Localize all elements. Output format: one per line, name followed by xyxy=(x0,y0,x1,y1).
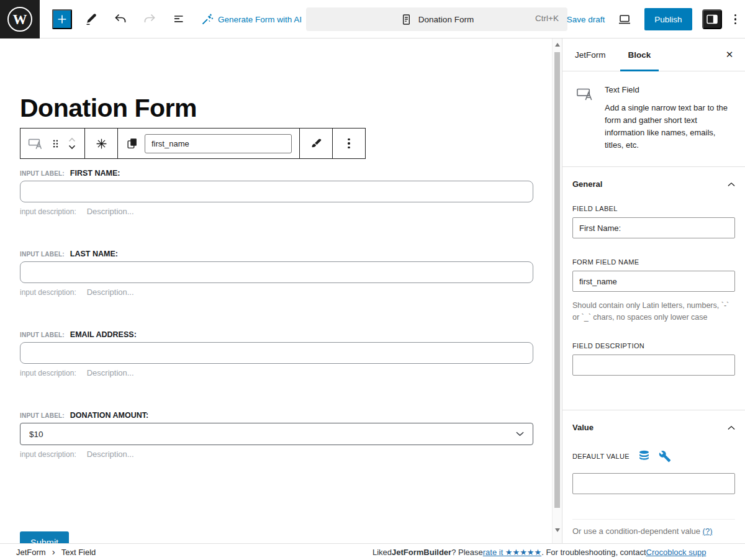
block-toolbar xyxy=(20,128,366,159)
form-field-last-name: INPUT LABEL:LAST NAME: input description… xyxy=(20,249,552,297)
close-icon: ✕ xyxy=(726,49,734,60)
breadcrumb-jetform[interactable]: JetForm xyxy=(16,548,46,557)
field-label-label: FIELD LABEL xyxy=(572,205,735,212)
move-up-down-icon xyxy=(67,135,77,151)
duplicate-field-button[interactable] xyxy=(125,137,139,150)
input-description-prefix: input description: xyxy=(20,207,76,216)
required-toggle-button[interactable] xyxy=(95,137,108,150)
canvas-scrollbar[interactable] xyxy=(552,38,562,543)
document-icon xyxy=(400,13,413,26)
default-value-input[interactable] xyxy=(572,473,735,494)
sidebar-tabs: JetForm Block ✕ xyxy=(562,38,745,71)
sidebar-panel-icon xyxy=(705,12,720,27)
database-icon xyxy=(638,449,651,463)
field-label-text[interactable]: EMAIL ADDRESS: xyxy=(70,330,137,339)
magic-wand-icon xyxy=(201,13,214,26)
settings-sidebar-toggle[interactable] xyxy=(702,9,722,29)
block-title: Text Field xyxy=(605,85,736,94)
save-draft-button[interactable]: Save draft xyxy=(567,15,605,24)
block-description: Add a single narrow text bar to the form… xyxy=(605,102,736,151)
tab-block[interactable]: Block xyxy=(617,38,662,71)
description-placeholder[interactable]: Description... xyxy=(87,368,134,377)
dynamic-value-button[interactable] xyxy=(659,450,671,463)
last-name-input[interactable] xyxy=(20,261,533,283)
edit-mode-button[interactable] xyxy=(81,9,101,29)
promo-text: Liked xyxy=(372,548,392,557)
input-label-prefix: INPUT LABEL: xyxy=(20,412,65,419)
preset-database-button[interactable] xyxy=(638,449,651,463)
submit-button[interactable]: Submit xyxy=(20,531,69,543)
shortcut-hint: Ctrl+K xyxy=(535,14,559,23)
description-placeholder[interactable]: Description... xyxy=(87,207,134,216)
scroll-up-arrow[interactable] xyxy=(555,43,560,47)
scrollbar-thumb[interactable] xyxy=(554,52,560,508)
condition-help-link[interactable]: (?) xyxy=(703,526,713,536)
email-input[interactable] xyxy=(20,342,533,364)
text-field-block-icon xyxy=(28,135,44,151)
form-field-name-input[interactable] xyxy=(572,271,735,292)
document-overview-button[interactable] xyxy=(169,9,189,29)
block-mover[interactable] xyxy=(67,135,77,151)
crocoblock-support-link[interactable]: Crocoblock supp xyxy=(646,548,707,557)
pencil-icon xyxy=(84,12,99,27)
field-description-label: FIELD DESCRIPTION xyxy=(572,342,735,350)
redo-button[interactable] xyxy=(140,9,160,29)
close-sidebar-button[interactable]: ✕ xyxy=(721,47,738,63)
generate-form-ai-button[interactable]: Generate Form with AI xyxy=(201,13,302,26)
field-label-text[interactable]: DONATION AMOUNT: xyxy=(70,411,148,420)
rate-it-link[interactable]: rate it ★★★★★ xyxy=(483,548,541,557)
input-description-prefix: input description: xyxy=(20,450,76,459)
input-label-prefix: INPUT LABEL: xyxy=(20,332,65,338)
publish-button[interactable]: Publish xyxy=(644,8,692,30)
value-panel-header[interactable]: Value xyxy=(572,423,735,432)
breadcrumb: JetForm › Text Field xyxy=(16,544,96,560)
undo-button[interactable] xyxy=(111,9,130,29)
promo-text: ? Please xyxy=(451,548,483,557)
block-type-button[interactable] xyxy=(28,135,44,151)
chevron-up-icon xyxy=(728,425,735,430)
tab-jetform[interactable]: JetForm xyxy=(564,38,617,71)
styles-button[interactable] xyxy=(310,137,323,150)
chevron-up-icon xyxy=(728,182,735,187)
form-field-name-label: FORM FIELD NAME xyxy=(572,258,735,266)
form-field-email: INPUT LABEL:EMAIL ADDRESS: input descrip… xyxy=(20,330,552,377)
field-description-input[interactable] xyxy=(572,355,735,376)
editor-footer: JetForm › Text Field Liked JetFormBuilde… xyxy=(0,543,745,560)
field-label-input[interactable] xyxy=(572,217,735,238)
text-field-block-icon xyxy=(576,84,595,151)
promo-text: . For troubleshooting, contact xyxy=(541,548,646,557)
promo-brand: JetFormBuilder xyxy=(392,548,451,557)
plus-icon xyxy=(55,12,69,26)
block-options-button[interactable] xyxy=(345,136,353,151)
command-palette[interactable]: Donation Form Ctrl+K xyxy=(306,7,567,31)
description-placeholder[interactable]: Description... xyxy=(87,287,134,297)
preview-button[interactable] xyxy=(615,9,634,29)
undo-icon xyxy=(113,12,128,27)
value-panel: Value DEFAULT VALUE Or use a conditio xyxy=(562,410,745,536)
description-placeholder[interactable]: Description... xyxy=(87,449,134,459)
selected-option: $10 xyxy=(29,430,43,439)
panel-title: General xyxy=(572,179,602,189)
block-inserter-button[interactable] xyxy=(52,9,72,29)
redo-icon xyxy=(142,12,157,27)
breadcrumb-text-field[interactable]: Text Field xyxy=(61,548,96,557)
input-description-prefix: input description: xyxy=(20,369,76,377)
generate-ai-label: Generate Form with AI xyxy=(218,15,302,24)
divider xyxy=(572,519,735,520)
donation-amount-select[interactable]: $10 xyxy=(20,423,533,445)
general-panel-header[interactable]: General xyxy=(572,179,735,189)
drag-dots-icon xyxy=(50,138,61,150)
drag-handle[interactable] xyxy=(50,138,61,150)
condition-text: Or use a condition-dependent value xyxy=(572,526,703,536)
input-label-prefix: INPUT LABEL: xyxy=(20,251,65,258)
toolbar-field-name-input[interactable] xyxy=(145,134,292,153)
scroll-down-arrow[interactable] xyxy=(555,528,560,532)
chevron-right-icon: › xyxy=(52,547,55,558)
wordpress-logo-button[interactable]: W xyxy=(0,0,40,38)
options-menu-button[interactable] xyxy=(732,12,739,27)
first-name-input[interactable] xyxy=(20,181,533,202)
field-label-text[interactable]: FIRST NAME: xyxy=(70,169,120,178)
field-label-text[interactable]: LAST NAME: xyxy=(70,250,118,258)
form-title[interactable]: Donation Form xyxy=(20,96,552,121)
brush-icon xyxy=(310,137,323,150)
